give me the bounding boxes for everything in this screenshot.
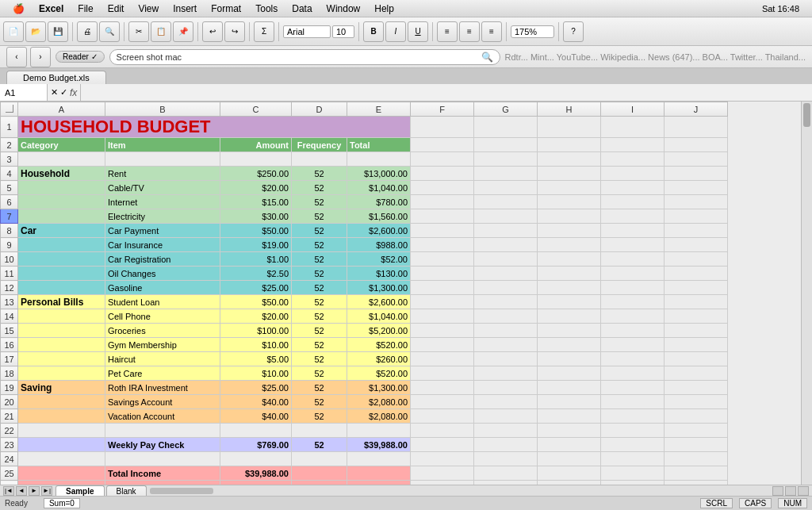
cell-a8[interactable]: Car [18,224,105,238]
undo-btn[interactable]: ↩ [202,21,223,42]
cell-c4[interactable]: $250.00 [220,167,292,181]
sum-btn[interactable]: Σ [254,21,274,42]
cancel-icon[interactable]: ✕ [51,87,58,98]
cell-c13[interactable]: $50.00 [220,295,292,309]
menu-view[interactable]: View [132,2,165,16]
cell-a16[interactable] [18,338,105,352]
cell-j10[interactable] [665,252,728,267]
copy-btn[interactable]: 📋 [151,21,171,42]
cell-f14[interactable] [411,309,474,324]
cell-d11[interactable]: 52 [292,267,347,281]
cell-f23[interactable] [411,438,474,452]
sheet-first-btn[interactable]: |◄ [3,486,14,496]
cell-d19[interactable]: 52 [292,381,347,395]
cell-c9[interactable]: $19.00 [220,238,292,252]
cell-f9[interactable] [411,238,474,252]
cell-g21[interactable] [474,409,538,424]
forward-btn[interactable]: › [30,47,51,67]
menu-format[interactable]: Format [205,2,247,16]
cell-a3[interactable] [18,152,105,167]
cell-a5[interactable] [18,181,105,195]
cell-h11[interactable] [538,267,601,281]
cell-h23[interactable] [538,438,601,452]
cell-g22[interactable] [474,424,538,438]
cell-f19[interactable] [411,381,474,395]
cell-j4[interactable] [665,167,728,181]
menu-help[interactable]: Help [368,2,400,16]
cell-h20[interactable] [538,395,601,409]
cell-d10[interactable]: 52 [292,252,347,267]
cell-e8[interactable]: $2,600.00 [347,224,411,238]
cell-d13[interactable]: 52 [292,295,347,309]
cell-g10[interactable] [474,252,538,267]
cell-c15[interactable]: $100.00 [220,324,292,338]
cell-f24[interactable] [411,452,474,466]
cell-h10[interactable] [538,252,601,267]
cell-g12[interactable] [474,281,538,295]
menu-window[interactable]: Window [320,2,367,16]
cell-d24[interactable] [292,452,347,466]
cell-b18[interactable]: Pet Care [105,366,220,381]
cell-j2[interactable] [665,138,728,152]
cell-g8[interactable] [474,224,538,238]
cell-f8[interactable] [411,224,474,238]
cell-d6[interactable]: 52 [292,195,347,209]
preview-btn[interactable]: 🔍 [99,21,120,42]
cell-g9[interactable] [474,238,538,252]
zoom-control[interactable]: 175% [511,25,554,38]
col-header-f[interactable]: F [411,102,474,117]
cell-j6[interactable] [665,195,728,209]
menu-edit[interactable]: Edit [102,2,131,16]
cell-e17[interactable]: $260.00 [347,352,411,366]
cell-i3[interactable] [601,152,665,167]
cell-b17[interactable]: Haircut [105,352,220,366]
cell-g1[interactable] [474,117,538,138]
cell-e12[interactable]: $1,300.00 [347,281,411,295]
cell-e25[interactable] [347,466,411,481]
cell-d23[interactable]: 52 [292,438,347,452]
cell-d12[interactable]: 52 [292,281,347,295]
cell-a25[interactable] [18,466,105,481]
cell-h16[interactable] [538,338,601,352]
font-size-select[interactable]: 10 [332,25,354,38]
cell-g3[interactable] [474,152,538,167]
bottom-scrollbar-track[interactable] [147,488,769,494]
cell-a9[interactable] [18,238,105,252]
cell-i4[interactable] [601,167,665,181]
cell-f7[interactable] [411,209,474,224]
cell-f3[interactable] [411,152,474,167]
col-header-j[interactable]: J [665,102,728,117]
cell-a13[interactable]: Personal Bills [18,295,105,309]
cell-g4[interactable] [474,167,538,181]
cell-j5[interactable] [665,181,728,195]
cell-g24[interactable] [474,452,538,466]
cell-i10[interactable] [601,252,665,267]
cell-b13[interactable]: Student Loan [105,295,220,309]
align-center-btn[interactable]: ≡ [459,21,480,42]
cell-f6[interactable] [411,195,474,209]
cell-g6[interactable] [474,195,538,209]
search-bar[interactable]: Screen shot mac 🔍 [109,49,500,65]
cell-j13[interactable] [665,295,728,309]
menu-file[interactable]: File [71,2,99,16]
cell-i11[interactable] [601,267,665,281]
cell-d5[interactable]: 52 [292,181,347,195]
cell-f4[interactable] [411,167,474,181]
cell-a2[interactable]: Category [18,138,105,152]
cell-c5[interactable]: $20.00 [220,181,292,195]
cell-d16[interactable]: 52 [292,338,347,352]
cell-h1[interactable] [538,117,601,138]
cell-a1[interactable]: HOUSEHOLD BUDGET [18,117,411,138]
cell-i9[interactable] [601,238,665,252]
cell-e14[interactable]: $1,040.00 [347,309,411,324]
sheet-tab-sample[interactable]: Sample [56,485,105,497]
save-btn[interactable]: 💾 [48,21,68,42]
cell-i1[interactable] [601,117,665,138]
cell-a18[interactable] [18,366,105,381]
cell-h6[interactable] [538,195,601,209]
col-header-d[interactable]: D [292,102,347,117]
formula-content[interactable] [81,84,812,101]
cell-b3[interactable] [105,152,220,167]
apple-menu[interactable]: 🍎 [6,2,31,16]
cell-c12[interactable]: $25.00 [220,281,292,295]
